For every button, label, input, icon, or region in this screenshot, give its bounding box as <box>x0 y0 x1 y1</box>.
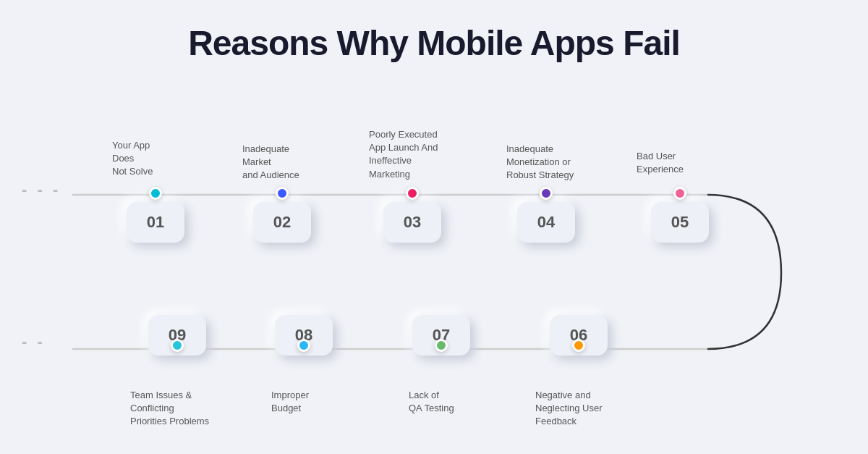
snake-line <box>0 70 868 425</box>
number-box: 03 <box>383 202 441 243</box>
dash-top: - - - <box>22 180 61 199</box>
page-title: Reasons Why Mobile Apps Fail <box>0 0 868 63</box>
timeline-dot <box>276 187 289 200</box>
dash-bottom: - - <box>22 332 46 351</box>
timeline-dot <box>572 339 585 352</box>
reason-label: Lack of QA Testing <box>409 389 510 415</box>
timeline-dot <box>435 339 448 352</box>
timeline-dot <box>540 187 553 200</box>
reason-label: Improper Budget <box>271 389 373 415</box>
number-box: 01 <box>127 202 184 243</box>
reason-label: Team Issues & Conflicting Priorities Pro… <box>130 389 231 429</box>
timeline-dot <box>673 187 686 200</box>
reason-label: Your App Does Not Solve <box>112 139 213 179</box>
number-box: 04 <box>517 202 575 243</box>
reason-label: Bad User Experience <box>637 150 738 176</box>
timeline-dot <box>171 339 184 352</box>
reason-label: Negative and Neglecting User Feedback <box>535 389 637 429</box>
timeline-dot <box>297 339 310 352</box>
timeline-dot <box>406 187 419 200</box>
reason-label: Poorly Executed App Launch And Ineffecti… <box>369 128 470 181</box>
diagram-area: - - - - - Your App Does Not Solve01Inade… <box>0 70 868 425</box>
number-box: 02 <box>253 202 311 243</box>
number-box: 05 <box>651 202 709 243</box>
reason-label: Inadequate Monetization or Robust Strate… <box>506 143 608 182</box>
reason-label: Inadequate Market and Audience <box>242 143 344 182</box>
timeline-dot <box>149 187 162 200</box>
